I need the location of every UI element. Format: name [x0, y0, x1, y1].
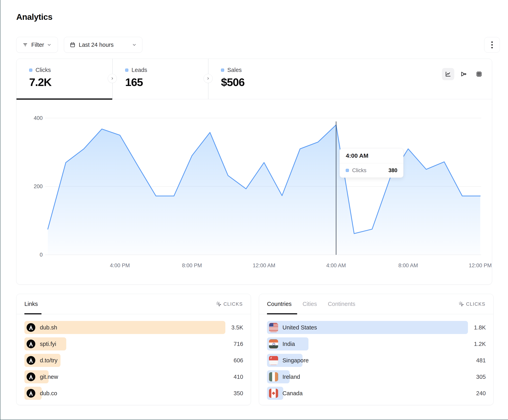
funnel-icon — [460, 71, 467, 78]
sort-label-text: CLICKS — [466, 301, 486, 307]
country-row[interactable]: United States1.8K — [267, 321, 468, 334]
pointer-click-icon — [216, 301, 222, 307]
pointer-click-icon — [459, 301, 464, 307]
tooltip-legend-square-icon — [346, 169, 349, 172]
row-value: 606 — [225, 357, 243, 364]
line-chart-view-button[interactable] — [442, 68, 454, 80]
filter-icon — [22, 42, 29, 48]
chevron-down-icon — [47, 42, 52, 47]
countries-sort-by-clicks[interactable]: CLICKS — [459, 301, 486, 307]
country-row[interactable]: India1.2K — [267, 337, 468, 350]
tab-continents[interactable]: Continents — [328, 301, 355, 307]
flag-ca-icon — [269, 389, 278, 398]
window-left-edge — [0, 0, 0, 420]
filter-label: Filter — [31, 42, 44, 48]
clicks-legend-square-icon — [29, 69, 32, 72]
y-axis-tick-label: 0 — [40, 252, 43, 258]
leads-legend-square-icon — [125, 69, 128, 72]
links-sort-by-clicks[interactable]: CLICKS — [216, 301, 243, 307]
row-value: 3.5K — [225, 324, 243, 331]
metric-value: 7.2K — [29, 76, 112, 88]
countries-panel-header: Countries Cities Continents CLICKS — [259, 294, 493, 314]
flag-us-icon — [269, 323, 278, 332]
table-view-button[interactable] — [473, 68, 485, 80]
tooltip-time: 4:00 AM — [340, 148, 403, 163]
more-options-button[interactable] — [484, 37, 500, 53]
metric-label: Clicks — [36, 67, 51, 73]
metric-value: $506 — [221, 76, 307, 88]
date-range-label: Last 24 hours — [79, 42, 114, 48]
country-row[interactable]: Singapore481 — [267, 354, 468, 367]
x-axis-tick-label: 4:00 PM — [110, 262, 130, 268]
filter-button[interactable]: Filter — [16, 37, 58, 53]
metric-label: Sales — [227, 67, 242, 73]
row-label: dub.co — [40, 390, 57, 397]
dub-logo-icon — [26, 339, 36, 348]
x-axis-tick-label: 8:00 PM — [182, 262, 202, 268]
row-label: India — [283, 341, 295, 347]
clicks-area-chart[interactable]: 02004004:00 PM8:00 PM12:00 AM4:00 AM8:00… — [16, 99, 492, 285]
x-axis-tick-label: 4:00 AM — [326, 262, 346, 268]
country-row[interactable]: Canada240 — [267, 387, 468, 400]
row-value: 410 — [225, 374, 243, 380]
row-value: 350 — [225, 390, 243, 397]
x-axis-tick-label: 12:00 PM — [469, 262, 492, 268]
row-label: Singapore — [283, 357, 309, 364]
links-panel-header: Links CLICKS — [16, 294, 251, 314]
links-panel: Links CLICKS dub.sh3.5Kspti.fyi716d.to/t… — [16, 294, 251, 405]
chevron-down-icon — [132, 42, 137, 47]
metric-value: 165 — [125, 76, 208, 88]
y-axis-tick-label: 200 — [34, 183, 43, 189]
row-value: 1.8K — [468, 324, 486, 331]
row-label: Ireland — [283, 374, 300, 380]
link-row[interactable]: git.new410 — [24, 370, 225, 383]
dub-logo-icon — [26, 323, 36, 332]
tab-countries[interactable]: Countries — [267, 301, 291, 307]
tab-leads[interactable]: Leads 165 — [112, 59, 208, 99]
row-label: dub.sh — [40, 324, 57, 331]
row-value: 305 — [468, 374, 486, 380]
sales-legend-square-icon — [221, 69, 224, 72]
tooltip-value: 380 — [388, 167, 397, 174]
analytics-card: Clicks 7.2K Leads 165 — [16, 59, 492, 284]
row-label: d.to/try — [40, 357, 58, 364]
tab-cities[interactable]: Cities — [302, 301, 317, 307]
flag-ie-icon — [269, 372, 278, 381]
table-grid-icon — [476, 71, 482, 78]
metric-expand-button[interactable] — [203, 74, 213, 83]
active-tab-underline — [24, 313, 41, 314]
metric-tabs-header: Clicks 7.2K Leads 165 — [16, 59, 492, 99]
chart-view-switcher — [442, 68, 485, 80]
funnel-view-button[interactable] — [457, 68, 470, 80]
row-label: spti.fyi — [40, 341, 56, 347]
y-axis-tick-label: 400 — [34, 115, 43, 121]
link-row[interactable]: d.to/try606 — [24, 354, 225, 367]
chevron-right-icon — [110, 76, 114, 80]
dub-logo-icon — [26, 372, 36, 381]
flag-in-icon — [269, 339, 278, 348]
metric-expand-button[interactable] — [108, 74, 117, 83]
x-axis-tick-label: 12:00 AM — [253, 262, 275, 268]
row-label: United States — [283, 324, 317, 331]
dub-logo-icon — [26, 356, 36, 365]
tab-clicks[interactable]: Clicks 7.2K — [16, 59, 112, 99]
row-value: 240 — [468, 390, 486, 397]
country-row[interactable]: Ireland305 — [267, 370, 468, 383]
row-value: 481 — [468, 357, 486, 364]
x-axis-tick-label: 8:00 AM — [398, 262, 418, 268]
line-chart-icon — [445, 71, 451, 78]
chevron-right-icon — [206, 76, 210, 80]
link-row[interactable]: dub.co350 — [24, 387, 225, 400]
countries-panel: Countries Cities Continents CLICKS Unite… — [259, 294, 493, 405]
row-label: git.new — [40, 374, 58, 380]
calendar-icon — [70, 42, 75, 48]
tab-sales[interactable]: Sales $506 — [208, 59, 307, 99]
page-title: Analytics — [16, 12, 52, 22]
row-label: Canada — [283, 390, 303, 397]
chart-tooltip: 4:00 AM Clicks 380 — [340, 148, 403, 178]
date-range-button[interactable]: Last 24 hours — [64, 37, 142, 53]
link-row[interactable]: dub.sh3.5K — [24, 321, 225, 334]
row-value: 716 — [225, 341, 243, 347]
link-row[interactable]: spti.fyi716 — [24, 337, 225, 350]
tab-links[interactable]: Links — [24, 301, 38, 307]
